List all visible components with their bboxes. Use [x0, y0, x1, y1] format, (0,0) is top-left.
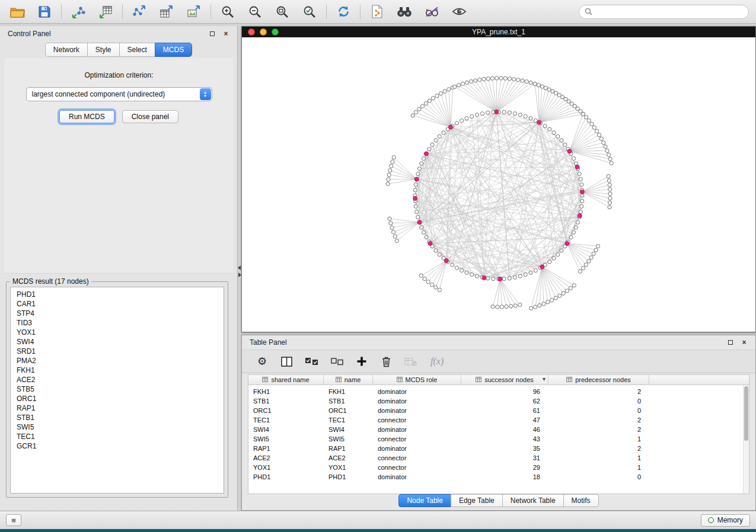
export-network-button[interactable]	[130, 4, 148, 20]
result-item[interactable]: ORC1	[17, 394, 224, 403]
share-document-button[interactable]	[368, 4, 386, 20]
zoom-out-button[interactable]	[246, 4, 264, 20]
export-image-button[interactable]	[185, 4, 203, 20]
cell-mcds_role: connector	[373, 435, 461, 443]
select-all-rows-button[interactable]	[305, 354, 318, 368]
column-type-icon	[336, 376, 342, 383]
tab-select[interactable]: Select	[119, 43, 155, 57]
zoom-fit-button[interactable]	[273, 4, 291, 20]
result-item[interactable]: TID3	[17, 318, 224, 328]
result-item[interactable]: PHD1	[17, 290, 224, 299]
tab-style[interactable]: Style	[87, 43, 120, 57]
toolbar-separator	[210, 5, 211, 19]
deselect-all-rows-button[interactable]	[331, 354, 343, 368]
table-row[interactable]: PHD1PHD1dominator180	[248, 472, 749, 482]
criterion-select[interactable]: largest connected component (undirected)…	[26, 87, 212, 101]
result-item[interactable]: STP4	[17, 309, 224, 318]
save-session-button[interactable]	[36, 4, 53, 20]
criterion-selected-value: largest connected component (undirected)	[32, 90, 165, 98]
tab-mcds[interactable]: MCDS	[155, 43, 192, 57]
apply-layout-button[interactable]	[334, 4, 352, 20]
window-minimize-button[interactable]	[260, 28, 267, 36]
cell-shared_name: FKH1	[248, 388, 324, 395]
result-item[interactable]: PMA2	[17, 356, 224, 366]
window-zoom-button[interactable]	[272, 28, 279, 36]
open-session-button[interactable]	[8, 4, 26, 20]
result-item[interactable]: GCR1	[17, 441, 224, 451]
cell-name: SWI4	[324, 426, 373, 433]
table-scrollbar[interactable]	[743, 385, 749, 493]
zoom-in-button[interactable]	[219, 4, 237, 20]
zoom-selected-button[interactable]	[301, 4, 318, 20]
column-header-successor-nodes[interactable]: successor nodes▾	[461, 375, 548, 384]
tab-node-table[interactable]: Node Table	[398, 494, 451, 507]
column-header-shared-name[interactable]: shared name	[248, 375, 324, 384]
column-visibility-button[interactable]	[280, 354, 292, 368]
cell-predecessor_nodes: 0	[548, 473, 649, 480]
sort-dropdown-icon[interactable]: ▾	[543, 376, 546, 382]
search-input[interactable]	[596, 8, 743, 16]
column-header-name[interactable]: name	[324, 375, 373, 384]
tab-edge-table[interactable]: Edge Table	[451, 494, 503, 507]
column-header-MCDS-role[interactable]: MCDS role	[373, 375, 461, 384]
select-stepper-icon: ▲ ▼	[200, 88, 211, 100]
result-item[interactable]: STB5	[17, 384, 224, 394]
result-item[interactable]: CAR1	[17, 299, 224, 309]
tab-network-table[interactable]: Network Table	[502, 494, 564, 507]
table-row[interactable]: STB1STB1dominator620	[248, 396, 749, 406]
table-row[interactable]: RAP1RAP1dominator352	[248, 444, 749, 453]
memory-button[interactable]: Memory	[701, 514, 750, 527]
window-close-button[interactable]	[248, 28, 255, 36]
result-item[interactable]: RAP1	[17, 403, 224, 413]
result-item[interactable]: TEC1	[17, 432, 224, 441]
cell-name: ACE2	[324, 454, 373, 462]
table-row[interactable]: TEC1TEC1connector472	[248, 415, 749, 425]
table-row[interactable]: FKH1FKH1dominator962	[248, 387, 749, 396]
export-table-button[interactable]	[158, 4, 176, 20]
close-mcds-panel-button[interactable]: Close panel	[122, 110, 178, 123]
close-control-panel-button[interactable]: ×	[222, 30, 229, 37]
scrollbar-thumb[interactable]	[744, 386, 748, 441]
import-table-button[interactable]	[97, 4, 114, 20]
result-item[interactable]: FKH1	[17, 366, 224, 375]
network-canvas-svg[interactable]	[242, 37, 755, 332]
result-item[interactable]: SRD1	[17, 347, 224, 356]
result-item[interactable]: STB1	[17, 413, 224, 422]
import-network-button[interactable]	[69, 4, 87, 20]
result-item[interactable]: ACE2	[17, 375, 224, 384]
table-row[interactable]: ORC1ORC1dominator610	[248, 406, 749, 415]
delete-column-button[interactable]	[380, 354, 392, 368]
table-row[interactable]: YOX1YOX1connector291	[248, 463, 749, 472]
run-mcds-button[interactable]: Run MCDS	[59, 110, 114, 123]
cell-predecessor_nodes: 1	[548, 435, 649, 443]
trash-icon	[381, 356, 391, 367]
result-item[interactable]: SWI5	[17, 422, 224, 432]
create-column-button[interactable]	[356, 354, 368, 368]
task-history-button[interactable]: ≡	[6, 514, 21, 526]
toggle-graphics-details-button[interactable]	[423, 4, 441, 20]
cell-name: SWI5	[324, 435, 373, 443]
tab-network[interactable]: Network	[45, 43, 88, 57]
table-row[interactable]: SWI4SWI4dominator462	[248, 425, 749, 434]
cell-shared_name: SWI4	[248, 426, 324, 433]
import-network-icon	[71, 5, 85, 18]
mcds-result-list: PHD1CAR1STP4TID3YOX1SWI4SRD1PMA2FKH1ACE2…	[10, 287, 224, 493]
table-settings-button[interactable]: ⚙	[256, 354, 268, 368]
result-item[interactable]: YOX1	[17, 328, 224, 337]
tab-motifs[interactable]: Motifs	[563, 494, 599, 507]
control-panel: Control Panel × NetworkStyleSelectMCDS O…	[0, 26, 238, 511]
show-hide-panel-button[interactable]	[450, 4, 468, 20]
column-header-predecessor-nodes[interactable]: predecessor nodes	[548, 375, 649, 384]
table-float-button[interactable]	[727, 339, 734, 346]
float-panel-button[interactable]	[209, 30, 216, 37]
menu-icon: ≡	[11, 516, 16, 525]
cell-predecessor_nodes: 2	[548, 426, 649, 433]
result-item[interactable]: SWI4	[17, 337, 224, 347]
table-row[interactable]: SWI5SWI5connector431	[248, 434, 749, 444]
find-button[interactable]	[395, 4, 413, 20]
search-box[interactable]	[579, 5, 749, 19]
table-close-button[interactable]: ×	[741, 339, 748, 346]
cell-predecessor_nodes: 1	[548, 464, 649, 471]
collapse-left-icon[interactable]	[238, 265, 241, 270]
table-row[interactable]: ACE2ACE2connector311	[248, 453, 749, 463]
